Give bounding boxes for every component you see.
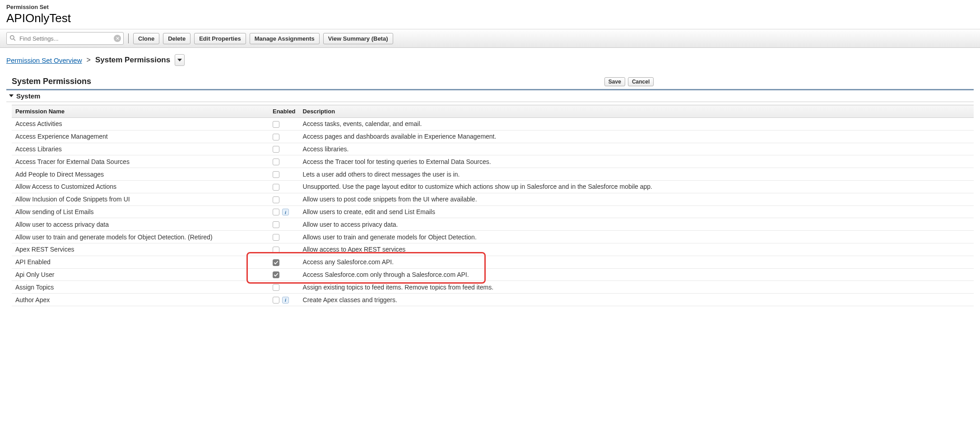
table-row: Access ActivitiesAccess tasks, events, c… xyxy=(12,118,974,131)
description-cell: Assign existing topics to feed items. Re… xyxy=(299,281,974,294)
permission-name-cell: Allow sending of List Emails xyxy=(12,205,269,218)
description-cell: Access any Salesforce.com API. xyxy=(299,256,974,268)
delete-button[interactable]: Delete xyxy=(163,33,190,44)
section-collapse-toggle[interactable] xyxy=(9,93,14,99)
save-button[interactable]: Save xyxy=(604,77,625,86)
description-cell: Access Salesforce.com only through a Sal… xyxy=(299,268,974,281)
permission-name-cell: Access Tracer for External Data Sources xyxy=(12,155,269,168)
table-row: Allow user to train and generate models … xyxy=(12,231,974,243)
manage-assignments-button[interactable]: Manage Assignments xyxy=(250,33,320,44)
table-row: Assign TopicsAssign existing topics to f… xyxy=(12,281,974,294)
table-row: Api Only UserAccess Salesforce.com only … xyxy=(12,268,974,281)
section-heading: System Permissions xyxy=(12,77,91,86)
page-subtitle: Permission Set xyxy=(6,4,974,10)
enabled-checkbox[interactable] xyxy=(273,159,279,165)
table-row: API EnabledAccess any Salesforce.com API… xyxy=(12,256,974,268)
permission-name-cell: Access Activities xyxy=(12,118,269,131)
enabled-checkbox[interactable] xyxy=(273,134,279,140)
permission-name-cell: Author Apex xyxy=(12,294,269,306)
description-cell: Access tasks, events, calendar, and emai… xyxy=(299,118,974,131)
breadcrumb-current: System Permissions xyxy=(95,56,170,65)
page-title: APIOnlyTest xyxy=(6,11,974,25)
description-cell: Lets a user add others to direct message… xyxy=(299,168,974,181)
permission-name-cell: Access Experience Management xyxy=(12,130,269,143)
permission-name-cell: Access Libraries xyxy=(12,143,269,155)
enabled-checkbox[interactable] xyxy=(273,184,279,191)
table-row: Access Tracer for External Data SourcesA… xyxy=(12,155,974,168)
permission-name-cell: Allow Access to Customized Actions xyxy=(12,180,269,193)
col-enabled: Enabled xyxy=(269,105,299,118)
description-cell: Access pages and dashboards available in… xyxy=(299,130,974,143)
enabled-checkbox[interactable] xyxy=(273,259,279,266)
table-row: Author ApexiCreate Apex classes and trig… xyxy=(12,294,974,306)
svg-marker-3 xyxy=(9,94,14,97)
description-cell: Access libraries. xyxy=(299,143,974,155)
breadcrumb-overview-link[interactable]: Permission Set Overview xyxy=(6,56,82,64)
permission-name-cell: API Enabled xyxy=(12,256,269,268)
enabled-checkbox[interactable] xyxy=(273,221,279,228)
enabled-checkbox[interactable] xyxy=(273,247,279,253)
table-row: Access Experience ManagementAccess pages… xyxy=(12,130,974,143)
edit-properties-button[interactable]: Edit Properties xyxy=(194,33,246,44)
view-summary-button[interactable]: View Summary (Beta) xyxy=(323,33,393,44)
enabled-cell xyxy=(269,256,299,268)
enabled-cell: i xyxy=(269,294,299,306)
search-input[interactable] xyxy=(6,32,124,45)
permission-name-cell: Assign Topics xyxy=(12,281,269,294)
permission-name-cell: Allow Inclusion of Code Snippets from UI xyxy=(12,193,269,205)
description-cell: Allow users to create, edit and send Lis… xyxy=(299,205,974,218)
description-cell: Create Apex classes and triggers. xyxy=(299,294,974,306)
table-row: Allow Inclusion of Code Snippets from UI… xyxy=(12,193,974,205)
permissions-table: Permission Name Enabled Description Acce… xyxy=(12,105,974,306)
enabled-checkbox[interactable] xyxy=(273,284,279,291)
enabled-cell xyxy=(269,218,299,231)
section-group-name: System xyxy=(16,92,40,100)
clear-search-icon[interactable]: ✕ xyxy=(114,35,121,42)
permission-name-cell: Allow user to train and generate models … xyxy=(12,231,269,243)
enabled-checkbox[interactable] xyxy=(273,234,279,241)
table-row: Allow Access to Customized ActionsUnsupp… xyxy=(12,180,974,193)
description-cell: Unsupported. Use the page layout editor … xyxy=(299,180,974,193)
description-cell: Access the Tracer tool for testing queri… xyxy=(299,155,974,168)
table-row: Allow sending of List EmailsiAllow users… xyxy=(12,205,974,218)
permission-name-cell: Allow user to access privacy data xyxy=(12,218,269,231)
enabled-checkbox[interactable] xyxy=(273,271,279,278)
toolbar: ✕ Clone Delete Edit Properties Manage As… xyxy=(0,29,980,48)
col-permission-name: Permission Name xyxy=(12,105,269,118)
description-cell: Allows user to train and generate models… xyxy=(299,231,974,243)
enabled-checkbox[interactable] xyxy=(273,196,279,203)
chevron-down-icon xyxy=(177,56,182,64)
breadcrumb: Permission Set Overview > System Permiss… xyxy=(0,48,980,70)
cancel-button[interactable]: Cancel xyxy=(628,77,654,86)
enabled-checkbox[interactable] xyxy=(273,146,279,153)
enabled-cell xyxy=(269,268,299,281)
breadcrumb-dropdown-button[interactable] xyxy=(175,54,185,66)
info-icon[interactable]: i xyxy=(282,297,289,304)
description-cell: Allow users to post code snippets from t… xyxy=(299,193,974,205)
breadcrumb-separator: > xyxy=(87,56,91,64)
enabled-cell xyxy=(269,193,299,205)
description-cell: Allow access to Apex REST services xyxy=(299,243,974,256)
permission-name-cell: Api Only User xyxy=(12,268,269,281)
enabled-cell xyxy=(269,168,299,181)
enabled-checkbox[interactable] xyxy=(273,209,279,215)
separator xyxy=(128,33,129,43)
enabled-checkbox[interactable] xyxy=(273,297,279,304)
clone-button[interactable]: Clone xyxy=(133,33,159,44)
info-icon[interactable]: i xyxy=(282,209,289,215)
permission-name-cell: Add People to Direct Messages xyxy=(12,168,269,181)
enabled-cell xyxy=(269,155,299,168)
description-cell: Allow user to access privacy data. xyxy=(299,218,974,231)
table-row: Add People to Direct MessagesLets a user… xyxy=(12,168,974,181)
enabled-checkbox[interactable] xyxy=(273,121,279,128)
enabled-cell xyxy=(269,143,299,155)
col-description: Description xyxy=(299,105,974,118)
svg-marker-2 xyxy=(177,59,182,61)
enabled-cell xyxy=(269,130,299,143)
table-row: Allow user to access privacy dataAllow u… xyxy=(12,218,974,231)
permission-name-cell: Apex REST Services xyxy=(12,243,269,256)
enabled-cell xyxy=(269,231,299,243)
enabled-cell xyxy=(269,243,299,256)
enabled-checkbox[interactable] xyxy=(273,171,279,178)
enabled-cell xyxy=(269,281,299,294)
